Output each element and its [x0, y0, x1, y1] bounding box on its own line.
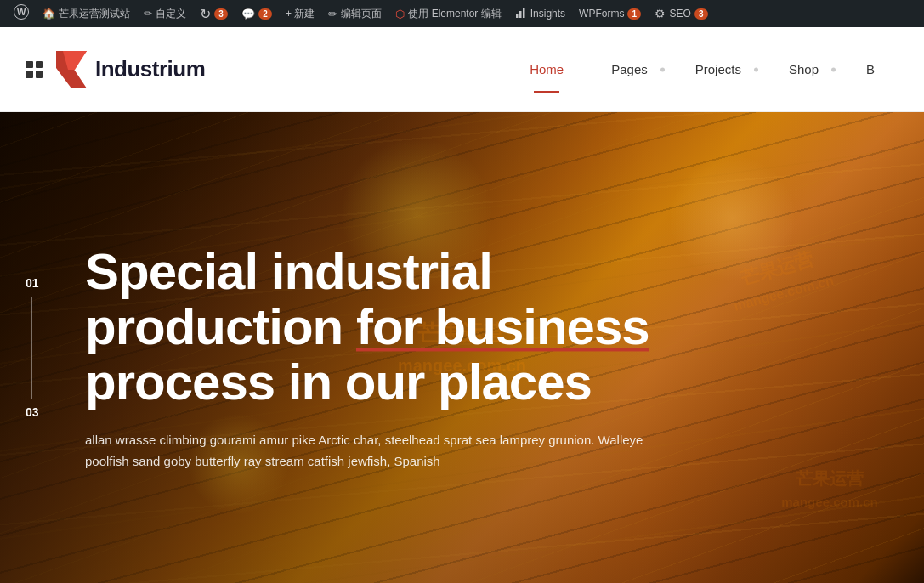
new-label: + 新建	[286, 7, 315, 21]
site-logo[interactable]: Industrium	[56, 51, 205, 88]
customize-button[interactable]: ✏ 自定义	[137, 0, 193, 27]
wp-logo-button[interactable]: W	[7, 0, 36, 27]
nav-pages-dot	[660, 67, 665, 71]
nav-projects-label: Projects	[695, 62, 741, 76]
edit-icon: ✏	[328, 8, 337, 20]
edit-page-button[interactable]: ✏ 编辑页面	[321, 0, 388, 27]
nav-projects-dot	[754, 67, 758, 71]
nav-shop-label: Shop	[789, 62, 819, 76]
comments-badge: 2	[258, 8, 272, 20]
svg-rect-4	[523, 8, 525, 18]
side-line-divider	[31, 297, 32, 399]
svg-text:W: W	[17, 7, 26, 17]
hero-title-highlight: for business	[356, 298, 649, 355]
svg-rect-2	[516, 14, 519, 18]
comments-icon: 💬	[241, 8, 255, 20]
seo-label: SEO	[669, 8, 690, 20]
nav-home[interactable]: Home	[506, 54, 587, 85]
hero-title-line3: process in our places	[85, 354, 592, 410]
customize-icon: ✏	[144, 8, 152, 20]
hero-content: Special industrial production for busine…	[85, 245, 649, 473]
hero-title-line2: production for business	[85, 298, 649, 355]
updates-button[interactable]: ↻ 3	[193, 0, 235, 27]
wpforms-button[interactable]: WPForms 1	[572, 0, 648, 27]
comments-button[interactable]: 💬 2	[235, 0, 279, 27]
customize-label: 自定义	[156, 7, 186, 21]
hero-title-plain: production	[85, 298, 356, 355]
new-content-button[interactable]: + 新建	[279, 0, 321, 27]
side-numbers: 01 03	[26, 112, 39, 583]
hero-title-line1: Special industrial	[85, 243, 492, 300]
seo-gear-icon: ⚙	[655, 7, 666, 20]
nav-blog[interactable]: B	[842, 54, 898, 85]
logo-icon	[56, 51, 87, 88]
seo-badge: 3	[694, 8, 708, 20]
nav-home-label: Home	[530, 62, 564, 76]
nav-projects[interactable]: Projects	[672, 54, 765, 85]
nav-pages[interactable]: Pages	[587, 54, 672, 85]
updates-badge: 3	[214, 8, 228, 20]
wpforms-label: WPForms	[579, 8, 624, 20]
hero-section: 芒果运营 mangee.com.cn 芒果运营 mangee.com.cn 芒果…	[0, 112, 924, 583]
svg-rect-3	[519, 11, 522, 18]
site-header: Industrium Home Pages Projects Shop B	[0, 27, 924, 112]
edit-page-label: 编辑页面	[341, 7, 382, 21]
side-number-03: 03	[26, 405, 39, 419]
menu-grid-button[interactable]	[26, 61, 43, 78]
elementor-edit-button[interactable]: ⬡ 使用 Elementor 编辑	[388, 0, 507, 27]
grid-dot	[36, 71, 43, 78]
home-icon: 🏠	[43, 8, 55, 20]
main-navigation: Home Pages Projects Shop B	[506, 54, 898, 85]
elementor-icon: ⬡	[395, 8, 405, 20]
hero-light-spot-3	[669, 155, 796, 282]
seo-button[interactable]: ⚙ SEO 3	[648, 0, 714, 27]
wordpress-icon: W	[14, 4, 29, 24]
updates-icon: ↻	[200, 6, 211, 22]
wpforms-badge: 1	[627, 8, 641, 20]
site-name-label: 芒果运营测试站	[59, 7, 130, 21]
grid-dot	[36, 61, 43, 69]
side-number-01: 01	[26, 276, 39, 405]
nav-shop[interactable]: Shop	[765, 54, 842, 85]
hero-title: Special industrial production for busine…	[85, 245, 649, 410]
insights-button[interactable]: Insights	[508, 0, 572, 27]
hero-description: allan wrasse climbing gourami amur pike …	[85, 431, 646, 473]
insights-label: Insights	[530, 8, 565, 20]
header-left: Industrium	[26, 51, 506, 88]
nav-shop-dot	[831, 67, 836, 71]
chart-icon	[515, 7, 527, 21]
nav-pages-label: Pages	[611, 62, 648, 76]
logo-text: Industrium	[95, 56, 205, 82]
nav-blog-label: B	[866, 62, 875, 76]
elementor-label: 使用 Elementor 编辑	[408, 7, 501, 21]
grid-dot	[26, 61, 33, 69]
site-name-button[interactable]: 🏠 芒果运营测试站	[36, 0, 137, 27]
admin-bar: W 🏠 芒果运营测试站 ✏ 自定义 ↻ 3 💬 2 + 新建 ✏ 编辑页面	[0, 0, 924, 27]
grid-dot	[26, 71, 33, 78]
